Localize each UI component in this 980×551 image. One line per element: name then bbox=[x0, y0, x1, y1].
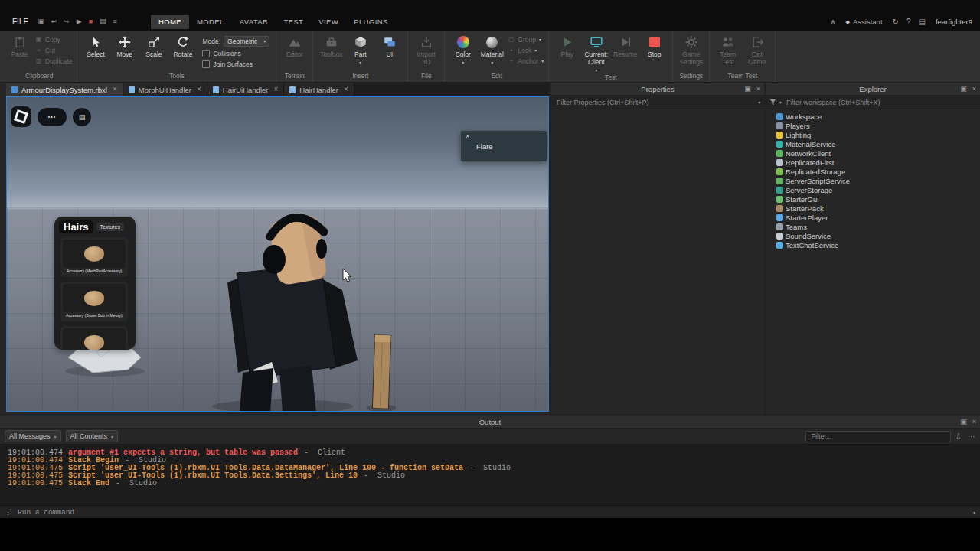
output-options-icon[interactable]: ⋯ bbox=[968, 432, 975, 441]
paste-button[interactable]: Paste bbox=[6, 33, 33, 59]
log-line[interactable]: 19:01:00.474 Stack Begin - Studio bbox=[2, 456, 980, 464]
ribbon-tab[interactable]: PLUGINS bbox=[346, 15, 396, 29]
screenshot-icon[interactable]: ▤ bbox=[100, 18, 106, 25]
sync-icon[interactable]: ↻ bbox=[893, 18, 899, 26]
close-panel-icon[interactable]: × bbox=[756, 85, 760, 93]
document-tab[interactable]: MorphUiHandler × bbox=[123, 83, 207, 96]
chat-button[interactable]: ▤ bbox=[73, 108, 91, 126]
float-panel-icon[interactable]: ▣ bbox=[960, 85, 967, 93]
log-line[interactable]: 19:01:00.475 Script 'user_UI-Tools (1).r… bbox=[2, 464, 980, 471]
explorer-item[interactable]: ▸ ReplicatedFirst bbox=[766, 158, 980, 167]
explorer-item[interactable]: ▸ ReplicatedStorage bbox=[766, 167, 980, 176]
undo-icon[interactable]: ↩ bbox=[51, 18, 57, 25]
rotate-tool-button[interactable]: Rotate bbox=[169, 33, 196, 59]
material-button[interactable]: Material ▾ bbox=[479, 33, 505, 65]
ribbon-tab[interactable]: HOME bbox=[151, 15, 189, 29]
import-3d-button[interactable]: Import 3D bbox=[413, 33, 439, 67]
scale-tool-button[interactable]: Scale bbox=[140, 33, 167, 59]
explorer-item[interactable]: ▸ Players bbox=[766, 121, 980, 130]
close-icon[interactable]: × bbox=[466, 133, 542, 140]
save-log-icon[interactable]: ⇩ bbox=[956, 432, 962, 441]
settings-menu-icon[interactable]: ≡ bbox=[113, 18, 117, 25]
collapse-ribbon-icon[interactable]: ∧ bbox=[830, 18, 835, 26]
explorer-item[interactable]: ▸ MaterialService bbox=[766, 139, 980, 148]
play-icon[interactable]: ▶ bbox=[77, 18, 82, 25]
document-tab[interactable]: ArmourDisplaySystem.rbxl × bbox=[6, 83, 123, 96]
explorer-item[interactable]: ▸ TextChatService bbox=[766, 240, 980, 249]
explorer-item[interactable]: ▸ NetworkClient bbox=[766, 148, 980, 158]
stop-button[interactable]: Stop bbox=[641, 33, 668, 59]
select-tool-button[interactable]: Select bbox=[82, 33, 109, 59]
close-panel-icon[interactable]: × bbox=[972, 85, 976, 93]
collisions-checkbox[interactable]: Collisions bbox=[202, 50, 270, 57]
assistant-button[interactable]: ◆ Assistant bbox=[846, 18, 883, 26]
float-panel-icon[interactable]: ▣ bbox=[744, 85, 751, 93]
log-line[interactable]: 19:01:00.475 Stack End - Studio bbox=[2, 479, 980, 487]
record-icon[interactable]: ■ bbox=[89, 18, 93, 25]
terrain-editor-button[interactable]: Editor bbox=[281, 33, 308, 59]
explorer-item[interactable]: ▸ StarterGui bbox=[766, 194, 980, 204]
properties-filter-input[interactable] bbox=[555, 98, 755, 107]
close-tab-icon[interactable]: × bbox=[113, 86, 117, 93]
team-test-button[interactable]: Team Test bbox=[714, 33, 741, 67]
close-tab-icon[interactable]: × bbox=[197, 86, 201, 93]
document-tab[interactable]: HairUiHandler × bbox=[207, 83, 285, 96]
explorer-item[interactable]: ▸ Teams bbox=[766, 222, 980, 231]
ribbon-tab[interactable]: VIEW bbox=[311, 15, 346, 29]
chevron-down-icon[interactable]: ▾ bbox=[758, 99, 760, 105]
copy-button[interactable]: ▣Copy bbox=[35, 36, 72, 44]
document-tab[interactable]: HairHandler × bbox=[284, 83, 354, 96]
play-button[interactable]: Play bbox=[554, 33, 580, 59]
help-icon[interactable]: ? bbox=[906, 18, 911, 26]
anchor-button[interactable]: +Anchor▾ bbox=[508, 57, 544, 65]
3d-viewport[interactable]: ••• ▤ Hairs Textures Accessory (MeshPart… bbox=[6, 96, 549, 412]
command-bar-menu-icon[interactable]: ⋮ bbox=[5, 508, 11, 516]
game-settings-button[interactable]: Game Settings bbox=[678, 33, 704, 67]
close-panel-icon[interactable]: × bbox=[972, 418, 976, 425]
hair-item-card[interactable] bbox=[60, 326, 128, 350]
hair-item-card[interactable]: Accessory (Brown Bob in Messy) bbox=[60, 282, 128, 321]
chevron-down-icon[interactable]: ▾ bbox=[973, 510, 975, 515]
chevron-down-icon[interactable]: ▾ bbox=[779, 99, 782, 105]
log-line[interactable]: 19:01:00.475 Script 'user_UI-Tools (1).r… bbox=[2, 471, 980, 479]
ui-button[interactable]: UI bbox=[376, 33, 403, 59]
command-bar-input[interactable] bbox=[16, 507, 969, 517]
toolbox-button[interactable]: Toolbox bbox=[318, 33, 345, 59]
lock-button[interactable]: ▪Lock▾ bbox=[508, 47, 544, 54]
group-button[interactable]: ▢Group▾ bbox=[508, 36, 544, 44]
explorer-item[interactable]: ▸ SoundService bbox=[766, 231, 980, 240]
cut-button[interactable]: ×Cut bbox=[35, 47, 72, 54]
exit-game-button[interactable]: Exit Game bbox=[743, 33, 770, 67]
file-menu-button[interactable]: FILE bbox=[6, 15, 34, 29]
redo-icon[interactable]: ↪ bbox=[64, 18, 70, 25]
log-line[interactable]: 19:01:00.474 argument #1 expects a strin… bbox=[2, 448, 980, 456]
textures-tab-button[interactable]: Textures bbox=[96, 223, 124, 231]
hair-item-card[interactable]: Accessory (MeshPartAccessory) bbox=[60, 237, 128, 277]
contents-filter-dropdown[interactable]: All Contents ▾ bbox=[66, 430, 119, 442]
current-client-button[interactable]: Current: Client ▾ bbox=[583, 33, 609, 73]
move-tool-button[interactable]: Move bbox=[111, 33, 138, 59]
save-icon[interactable]: ▣ bbox=[38, 18, 44, 25]
explorer-item[interactable]: ▸ ServerStorage bbox=[766, 185, 980, 194]
duplicate-button[interactable]: ▥Duplicate bbox=[35, 57, 72, 65]
ribbon-tab[interactable]: AVATAR bbox=[232, 15, 276, 29]
explorer-item[interactable]: ▸ ServerScriptService bbox=[766, 176, 980, 185]
float-panel-icon[interactable]: ▣ bbox=[960, 418, 967, 425]
explorer-item[interactable]: ▸ StarterPack bbox=[766, 204, 980, 213]
part-button[interactable]: Part ▾ bbox=[347, 33, 374, 65]
filter-funnel-icon[interactable] bbox=[769, 99, 776, 106]
ribbon-tab[interactable]: MODEL bbox=[189, 15, 232, 29]
messages-filter-dropdown[interactable]: All Messages ▾ bbox=[5, 430, 61, 442]
explorer-item[interactable]: ▸ StarterPlayer bbox=[766, 213, 980, 222]
close-tab-icon[interactable]: × bbox=[273, 86, 278, 93]
ribbon-tab[interactable]: TEST bbox=[276, 15, 311, 29]
join-surfaces-checkbox[interactable]: Join Surfaces bbox=[202, 60, 270, 68]
close-tab-icon[interactable]: × bbox=[344, 86, 348, 93]
username-label[interactable]: fearfighter9 bbox=[936, 18, 972, 26]
mode-select[interactable]: Geometric ▾ bbox=[224, 36, 270, 47]
explorer-item[interactable]: ▸ Workspace bbox=[766, 112, 980, 121]
coregui-more-button[interactable]: ••• bbox=[38, 108, 67, 126]
output-filter-input[interactable] bbox=[810, 432, 946, 441]
explorer-item[interactable]: ▸ Lighting bbox=[766, 130, 980, 139]
roblox-menu-button[interactable] bbox=[11, 106, 31, 127]
